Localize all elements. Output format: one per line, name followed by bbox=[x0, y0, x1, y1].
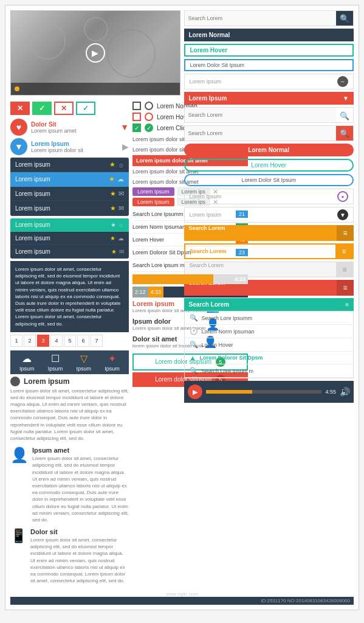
checkbox-empty-1[interactable] bbox=[132, 102, 141, 110]
bvb-progress-bar[interactable] bbox=[206, 390, 322, 394]
star-icon-m3: ★ bbox=[111, 248, 117, 255]
opt-minus-icon[interactable]: − bbox=[337, 76, 348, 87]
dropdown-panel-container: Search Lorem ≡ 🔍 Search Lore Ipsumm 🕐 Lo… bbox=[184, 298, 354, 378]
dark-menu-item-3[interactable]: Lorem ipsum ★ ✉ bbox=[10, 187, 129, 201]
page-5[interactable]: 5 bbox=[64, 335, 76, 347]
checkbox-checked-3[interactable]: ✓ bbox=[132, 124, 141, 132]
page-3-active[interactable]: 3 bbox=[37, 335, 49, 347]
search-yellow-btn[interactable]: ≡ bbox=[337, 225, 354, 241]
search-btn-2[interactable]: 🔍 bbox=[336, 108, 353, 124]
bar-dark-normal[interactable]: Lorem Normal bbox=[184, 29, 354, 41]
bar-input-style[interactable]: Lorem Dolor Sit Ipsum bbox=[184, 59, 354, 71]
iconbar-item-1[interactable]: ☁ Ipsum bbox=[19, 353, 35, 372]
video-controls[interactable] bbox=[11, 83, 180, 95]
pill-hover-outline[interactable]: Lorem Hover bbox=[184, 159, 354, 172]
page-1[interactable]: 1 bbox=[10, 335, 22, 347]
opt-row-3: Lorem Ipsum ▼ bbox=[184, 207, 354, 223]
pill-red-normal[interactable]: Lorem Normal bbox=[184, 144, 354, 156]
tag-purple-1[interactable]: Lorem Ipsum bbox=[132, 187, 174, 196]
dark-menu-1: Lorem ipsum ★ ☼ Lorem ipsum ★ ☁ Lorem ip… bbox=[10, 158, 129, 216]
dropdown-item-4-active[interactable]: ▲ Lorem Doloror Sit Dpsm bbox=[185, 352, 354, 364]
dark-menu2-item-1[interactable]: Lorem ipsum ★ ☼ bbox=[10, 218, 129, 232]
page-4[interactable]: 4 bbox=[50, 335, 63, 347]
pill-input-style[interactable]: Lorem Dolor Sit Ipsum bbox=[184, 174, 354, 186]
dark-menu2-item-3[interactable]: Lorem ipsum ★ ✉ bbox=[10, 245, 129, 259]
bvb-time: 4:55 bbox=[325, 389, 336, 395]
dl-icon-2: 🕐 bbox=[190, 327, 198, 335]
dl-icon-3: 🔍 bbox=[190, 341, 198, 349]
monitor-icon: ☐ bbox=[51, 353, 60, 364]
iconbar-item-4[interactable]: ✦ Ipsum bbox=[105, 353, 120, 372]
download-icon: ▼ bbox=[10, 138, 27, 155]
opt-circle-purple[interactable]: ● bbox=[337, 191, 348, 202]
search-bar-3: 🔍 bbox=[184, 125, 354, 141]
radio-checked-3[interactable]: ✓ bbox=[145, 124, 153, 132]
iconbar-label-3: Ipsum bbox=[77, 366, 92, 372]
article-body-1: Lorem ipsum dolor sit amet, consectetur … bbox=[10, 388, 129, 442]
toggle-check-outline[interactable]: ✓ bbox=[76, 102, 95, 115]
menu-icon-3: ✉ bbox=[118, 190, 124, 198]
lorem-ipsum-arrow: ▶ bbox=[122, 142, 129, 151]
dropdown-list: 🔍 Search Lore Ipsumm 🕐 Lorem Norm Ipsuma… bbox=[184, 311, 354, 378]
search-input-2[interactable] bbox=[185, 108, 337, 122]
page-7[interactable]: 7 bbox=[91, 335, 103, 347]
toggle-check-green[interactable]: ✓ bbox=[32, 102, 52, 115]
list-item-lorem-ipsum: ▼ Lorem Ipsum Lorem ipsum dolor sit ▶ bbox=[10, 138, 129, 155]
gear-icon: ✦ bbox=[108, 353, 116, 364]
bvb-volume-icon[interactable]: 🔊 bbox=[340, 387, 350, 397]
search-btn-1[interactable]: 🔍 bbox=[336, 11, 353, 26]
iconbar-item-2[interactable]: ☐ Ipsum bbox=[48, 353, 63, 372]
video-play-button[interactable]: ▶ bbox=[86, 43, 105, 63]
lorem-ipsum-title: Lorem Ipsum bbox=[31, 141, 83, 147]
search-red-btn[interactable]: ≡ bbox=[337, 280, 354, 296]
search-yellow-outline: Search Lorem ≡ bbox=[184, 243, 354, 259]
video-player[interactable]: ▶ bbox=[10, 10, 180, 96]
cloud-icon: ☁ bbox=[22, 353, 32, 364]
person-icon-1: 👤 bbox=[10, 447, 29, 464]
bvb-play-btn[interactable]: ▶ bbox=[188, 385, 202, 399]
search-btn-3[interactable]: 🔍 bbox=[336, 126, 353, 141]
search-yellow-outline-label: Search Lorem bbox=[185, 245, 336, 258]
tag-red-2[interactable]: Lorem Ipsum bbox=[132, 198, 174, 206]
iconbar-item-3[interactable]: ▽ Ipsum bbox=[77, 353, 92, 372]
search-gray-btn[interactable]: ≡ bbox=[336, 262, 353, 277]
checkbox-red-2[interactable] bbox=[132, 113, 141, 121]
radio-red-2[interactable] bbox=[145, 113, 153, 121]
bullet-icon-1 bbox=[10, 377, 20, 386]
toggle-close-outline[interactable]: ✕ bbox=[54, 102, 74, 115]
dropdown-item-3[interactable]: 🔍 Lorem Hover bbox=[185, 338, 354, 352]
dual-seg-2: 4:33 bbox=[148, 287, 164, 298]
menu2-icon-2: ☁ bbox=[118, 235, 124, 242]
radio-empty-1[interactable] bbox=[145, 102, 153, 110]
dl-icon-4: ▲ bbox=[190, 354, 196, 361]
dropdown-item-1[interactable]: 🔍 Search Lore Ipsumm bbox=[185, 312, 354, 325]
dropdown-item-5[interactable]: 🔍 Search Lore ipsum m bbox=[185, 364, 354, 378]
menu2-icon-3: ✉ bbox=[119, 248, 124, 255]
page-2[interactable]: 2 bbox=[24, 335, 36, 347]
dropdown-panel-header[interactable]: Search Lorem ≡ bbox=[184, 298, 354, 311]
opt-dark-down[interactable]: ▼ bbox=[337, 209, 348, 220]
search-input-1[interactable] bbox=[185, 11, 337, 26]
dropdown-item-2[interactable]: 🕐 Lorem Norm Ipsuman bbox=[185, 325, 354, 338]
search-bar-1: 🔍 bbox=[184, 10, 354, 26]
bar-red-dropdown[interactable]: Lorem Ipsum ▼ bbox=[184, 92, 354, 105]
dl-icon-5: 🔍 bbox=[190, 367, 198, 375]
page-6[interactable]: 6 bbox=[77, 335, 89, 347]
article-section-1: Lorem ipsum Lorem ipsum dolor sit amet, … bbox=[10, 377, 129, 442]
video-progress-dot bbox=[15, 86, 19, 91]
menu-icon-1: ☼ bbox=[118, 161, 124, 169]
dark-menu-item-4[interactable]: Lorem ipsum ★ ✉ bbox=[10, 201, 129, 216]
opt-row-1: Lorem Ipsum − bbox=[184, 74, 354, 89]
search-input-3[interactable] bbox=[185, 126, 337, 141]
star-icon-m1: ★ bbox=[111, 221, 116, 228]
dark-menu-item-2[interactable]: Lorem ipsum ★ ☁ bbox=[10, 172, 129, 187]
lorem-ipsum-subtitle: Lorem ipsum dolor sit bbox=[31, 147, 83, 153]
dark-menu-2: Lorem ipsum ★ ☼ Lorem ipsum ★ ☁ Lorem ip… bbox=[10, 218, 129, 259]
article-section-3: 📱 Dolor sit Lorem ipsum dolor sit amet, … bbox=[10, 528, 129, 584]
search-bar-2: 🔍 bbox=[184, 107, 354, 123]
toggle-close-red[interactable]: ✕ bbox=[10, 102, 30, 115]
search-yellow-outline-btn[interactable]: ≡ bbox=[335, 245, 352, 258]
dark-menu-item-1[interactable]: Lorem ipsum ★ ☼ bbox=[10, 158, 129, 172]
dark-menu2-item-2[interactable]: Lorem ipsum ★ ☁ bbox=[10, 232, 129, 245]
bar-hover[interactable]: Lorem Hover bbox=[184, 44, 354, 57]
